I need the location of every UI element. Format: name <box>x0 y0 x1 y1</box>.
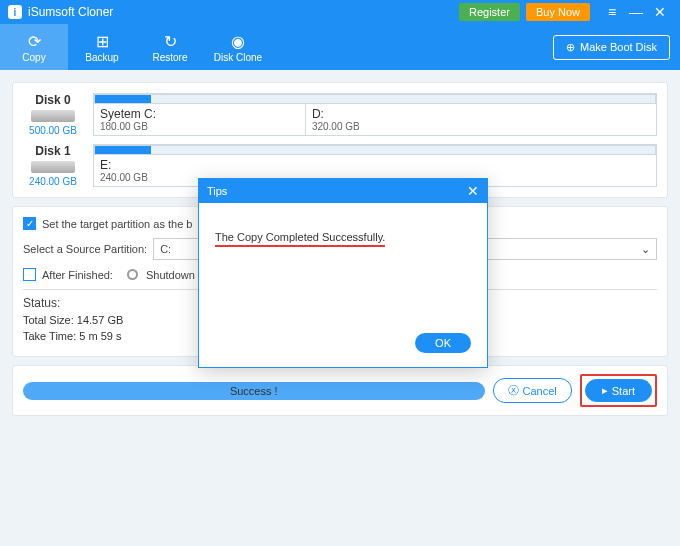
footer: Success ! ⓧCancel ▸Start <box>12 365 668 416</box>
after-finished-checkbox[interactable] <box>23 268 36 281</box>
take-time-label: Take Time: <box>23 330 79 342</box>
minimize-icon[interactable]: — <box>624 4 648 20</box>
cancel-icon: ⓧ <box>508 383 519 398</box>
disk-row: Disk 0 500.00 GB Syetem C: 180.00 GB D: … <box>23 93 657 136</box>
partition-size: 180.00 GB <box>100 121 299 132</box>
total-size-label: Total Size: <box>23 314 77 326</box>
partition[interactable]: Syetem C: 180.00 GB <box>94 104 306 135</box>
partition-bar <box>94 94 656 104</box>
disk-name: Disk 1 <box>35 144 70 158</box>
tab-disk-clone[interactable]: ◉ Disk Clone <box>204 24 272 70</box>
dialog-close-icon[interactable]: ✕ <box>467 183 479 199</box>
cancel-button[interactable]: ⓧCancel <box>493 378 572 403</box>
select-value: C: <box>160 243 171 255</box>
total-size-value: 14.57 GB <box>77 314 123 326</box>
partition-title: D: <box>312 107 650 121</box>
tips-dialog: Tips ✕ The Copy Completed Successfully. … <box>198 178 488 368</box>
radio-shutdown[interactable] <box>127 269 138 280</box>
backup-icon: ⊞ <box>96 32 109 52</box>
after-finished-label: After Finished: <box>42 269 113 281</box>
progress-bar: Success ! <box>23 382 485 400</box>
toolbar: ⟳ Copy ⊞ Backup ↻ Restore ◉ Disk Clone ⊕… <box>0 24 680 70</box>
restore-icon: ↻ <box>164 32 177 52</box>
ok-button[interactable]: OK <box>415 333 471 353</box>
select-source-label: Select a Source Partition: <box>23 243 147 255</box>
register-button[interactable]: Register <box>459 3 520 21</box>
partition-title: Syetem C: <box>100 107 299 121</box>
disk-icon <box>31 161 75 173</box>
app-title: iSumsoft Cloner <box>28 5 459 19</box>
start-button[interactable]: ▸Start <box>585 379 652 402</box>
app-logo-icon: i <box>8 5 22 19</box>
radio-label: Shutdown <box>146 269 195 281</box>
start-label: Start <box>612 385 635 397</box>
target-checkbox[interactable]: ✓ <box>23 217 36 230</box>
partition[interactable]: D: 320.00 GB <box>306 104 656 135</box>
dialog-message: The Copy Completed Successfully. <box>215 231 385 247</box>
menu-icon[interactable]: ≡ <box>600 4 624 20</box>
cancel-label: Cancel <box>523 385 557 397</box>
tab-label: Disk Clone <box>214 52 262 63</box>
tab-label: Backup <box>85 52 118 63</box>
progress-text: Success ! <box>230 385 278 397</box>
disk-size: 240.00 GB <box>29 176 77 187</box>
take-time-value: 5 m 59 s <box>79 330 121 342</box>
boot-icon: ⊕ <box>566 41 575 54</box>
tab-restore[interactable]: ↻ Restore <box>136 24 204 70</box>
copy-icon: ⟳ <box>28 32 41 52</box>
target-check-label: Set the target partition as the b <box>42 218 192 230</box>
titlebar: i iSumsoft Cloner Register Buy Now ≡ — ✕ <box>0 0 680 24</box>
tab-label: Copy <box>22 52 45 63</box>
partition-title: E: <box>100 158 650 172</box>
disk-size: 500.00 GB <box>29 125 77 136</box>
disk-icon <box>31 110 75 122</box>
chevron-down-icon: ⌄ <box>641 243 650 256</box>
partition-bar <box>94 145 656 155</box>
play-icon: ▸ <box>602 384 608 397</box>
make-boot-disk-button[interactable]: ⊕ Make Boot Disk <box>553 35 670 60</box>
tab-label: Restore <box>152 52 187 63</box>
close-icon[interactable]: ✕ <box>648 4 672 20</box>
partition-size: 320.00 GB <box>312 121 650 132</box>
dialog-title: Tips <box>207 185 227 197</box>
buy-now-button[interactable]: Buy Now <box>526 3 590 21</box>
tab-copy[interactable]: ⟳ Copy <box>0 24 68 70</box>
boot-label: Make Boot Disk <box>580 41 657 53</box>
disk-name: Disk 0 <box>35 93 70 107</box>
disk-clone-icon: ◉ <box>231 32 245 52</box>
tab-backup[interactable]: ⊞ Backup <box>68 24 136 70</box>
start-highlight: ▸Start <box>580 374 657 407</box>
